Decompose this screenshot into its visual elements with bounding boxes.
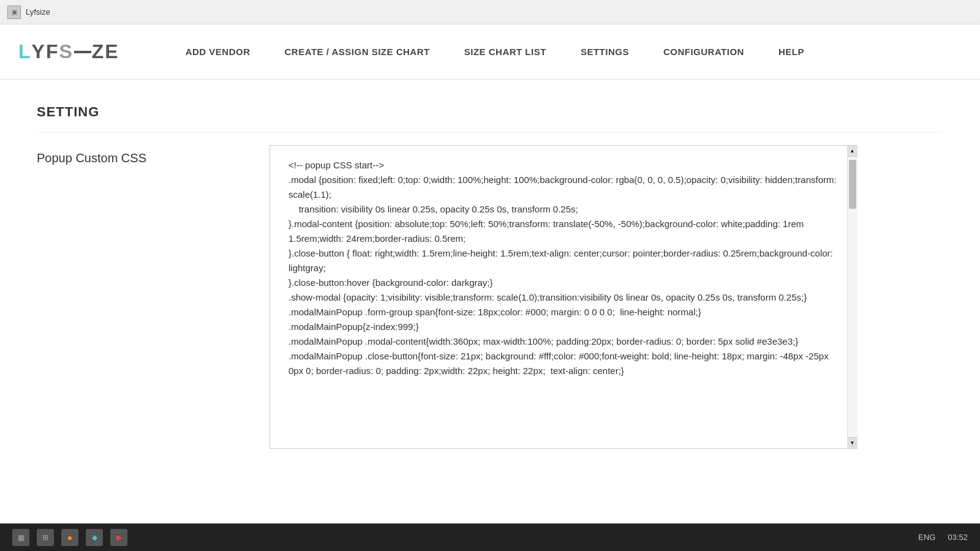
taskbar-system-info: ENG 03:52 [918,533,968,542]
css-editor-textarea[interactable] [270,146,857,446]
taskbar-lang: ENG [918,533,935,542]
taskbar-icon-5[interactable]: ▶ [110,529,127,546]
scrollbar-track[interactable] [848,157,858,437]
logo-letter-f: F [46,40,59,63]
logo-letter-y: Y [32,40,46,63]
nav-settings[interactable]: SETTINGS [564,47,646,57]
logo-letter-z: Z [92,40,105,63]
navbar: L Y F S Z E ADD VENDOR CREATE / ASSIGN S… [0,24,980,80]
editor-column: ▲ ▼ [270,145,858,449]
scrollbar-up-button[interactable]: ▲ [848,146,858,157]
scrollbar-thumb[interactable] [849,160,856,209]
css-editor-wrapper: ▲ ▼ [270,145,858,449]
content-row: Popup Custom CSS ▲ ▼ [37,132,943,461]
title-bar: ▣ Lyfsize [0,0,980,24]
taskbar-icons: ▦ ⊞ ● ◆ ▶ [12,529,127,546]
taskbar-icon-3[interactable]: ● [61,529,78,546]
taskbar-icon-1[interactable]: ▦ [12,529,29,546]
popup-css-label: Popup Custom CSS [37,145,270,165]
scrollbar-down-button[interactable]: ▼ [848,437,858,448]
app-title: Lyfsize [26,7,50,17]
main-content: SETTING Popup Custom CSS ▲ ▼ [0,80,980,461]
logo-letter-e: E [105,40,119,63]
nav-add-vendor[interactable]: ADD VENDOR [168,47,268,57]
logo-dash [74,51,91,53]
nav-links: ADD VENDOR CREATE / ASSIGN SIZE CHART SI… [168,47,962,57]
section-title: SETTING [37,80,943,132]
nav-configuration[interactable]: CONFIGURATION [646,47,761,57]
app-icon: ▣ [7,6,21,19]
taskbar-icon-2[interactable]: ⊞ [37,529,54,546]
nav-create-assign[interactable]: CREATE / ASSIGN SIZE CHART [268,47,447,57]
nav-help[interactable]: HELP [761,47,821,57]
logo-letter-s: S [59,40,73,63]
logo[interactable]: L Y F S Z E [18,40,119,63]
taskbar-icon-4[interactable]: ◆ [86,529,103,546]
logo-letter-l: L [18,40,32,63]
nav-size-chart-list[interactable]: SIZE CHART LIST [447,47,564,57]
scrollbar[interactable]: ▲ ▼ [847,146,857,448]
taskbar-time: 03:52 [948,533,968,542]
taskbar: ▦ ⊞ ● ◆ ▶ ENG 03:52 [0,523,980,551]
